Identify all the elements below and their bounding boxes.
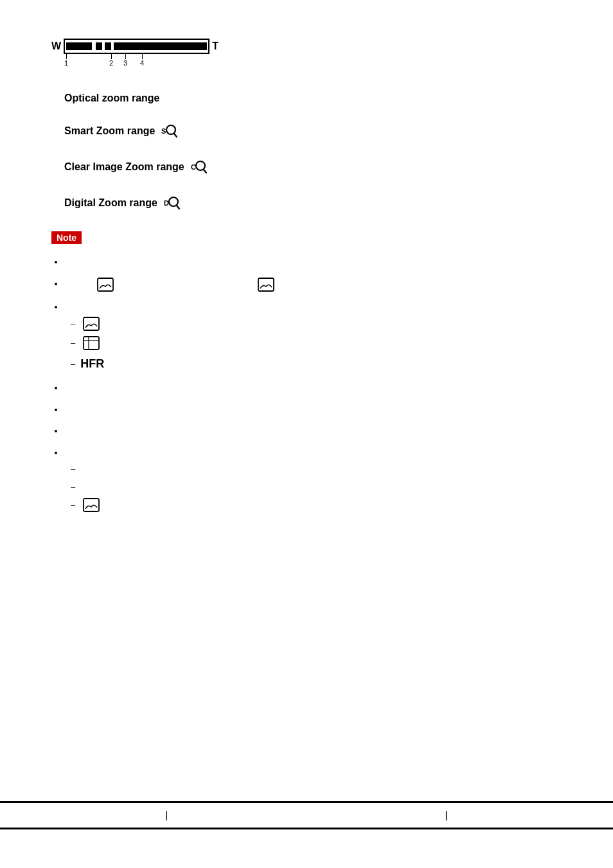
note-item-5: [64, 403, 574, 416]
note-sub-item-4: [71, 463, 574, 475]
note-item-3: HFR: [64, 301, 574, 373]
note-badge: Note: [51, 231, 82, 244]
svg-line-5: [204, 170, 206, 173]
note-section: Note: [51, 231, 574, 512]
note-sub-item-2: [71, 336, 574, 350]
note-sub-list-2: [64, 463, 574, 512]
svg-rect-15: [84, 499, 99, 511]
svg-rect-10: [258, 278, 274, 291]
bottom-nav-prev-label: [26, 811, 65, 820]
bottom-page-number: [268, 811, 344, 820]
svg-rect-9: [98, 278, 113, 291]
note-item-1-text: [64, 257, 67, 267]
note-item-2-icon2: [258, 279, 274, 288]
hfr-label: HFR: [80, 355, 104, 373]
bottom-nav-sep2: |: [445, 810, 447, 821]
digital-zoom-range: Digital Zoom range D: [64, 194, 574, 212]
optical-zoom-label: Optical zoom range: [64, 93, 159, 104]
svg-text:S: S: [161, 127, 166, 135]
clear-image-zoom-label: Clear Image Zoom range: [64, 161, 184, 173]
zoom-bar-t-label: T: [212, 40, 218, 52]
note-sub-list-1: HFR: [64, 317, 574, 373]
note-list: HFR: [51, 256, 574, 512]
tick-3: 3: [123, 59, 127, 67]
note-item-4: [64, 382, 574, 394]
note-item-3-text: [64, 302, 67, 312]
svg-line-2: [174, 134, 177, 137]
bottom-nav-next[interactable]: [548, 811, 587, 820]
clear-image-zoom-range: Clear Image Zoom range C: [64, 158, 574, 176]
clear-image-zoom-icon: C: [190, 158, 208, 176]
zoom-bar-w-label: W: [51, 40, 61, 52]
note-sub-item-5: [71, 481, 574, 493]
page-content: W T 1 2: [0, 0, 613, 547]
bottom-nav-sep1: |: [165, 810, 168, 821]
svg-point-1: [166, 125, 175, 134]
bottom-nav-prev[interactable]: [26, 811, 65, 820]
note-item-7: [64, 447, 574, 513]
note-item-6: [64, 425, 574, 438]
tick-1: 1: [64, 59, 68, 67]
smart-zoom-icon: S: [160, 122, 178, 140]
svg-rect-12: [84, 337, 99, 350]
note-item-1: [64, 256, 574, 269]
note-item-2-text: [64, 279, 94, 288]
tick-4: 4: [140, 59, 144, 67]
note-item-2: [64, 278, 574, 292]
smart-zoom-label: Smart Zoom range: [64, 125, 155, 137]
svg-line-8: [177, 206, 179, 209]
bottom-navigation-bar: | |: [0, 801, 613, 829]
svg-rect-11: [84, 317, 99, 330]
zoom-diagram: W T 1 2: [51, 39, 218, 73]
note-sub-item-3: HFR: [71, 355, 574, 373]
note-item-2-mid-text: [116, 279, 255, 288]
digital-zoom-label: Digital Zoom range: [64, 197, 157, 209]
tick-2: 2: [109, 59, 113, 67]
svg-point-4: [196, 161, 205, 170]
optical-zoom-range: Optical zoom range: [64, 93, 574, 104]
smart-zoom-range: Smart Zoom range S: [64, 122, 574, 140]
note-sub-item-6: [71, 498, 574, 512]
svg-point-7: [169, 197, 178, 206]
svg-text:D: D: [164, 199, 169, 207]
bottom-nav-next-label: [548, 811, 587, 820]
note-sub-item-1: [71, 317, 574, 331]
digital-zoom-icon: D: [163, 194, 181, 212]
zoom-ranges: Optical zoom range Smart Zoom range S Cl…: [64, 93, 574, 212]
note-item-2-icon1: [97, 279, 116, 288]
svg-text:C: C: [191, 163, 196, 171]
note-item-7-text: [64, 448, 67, 457]
